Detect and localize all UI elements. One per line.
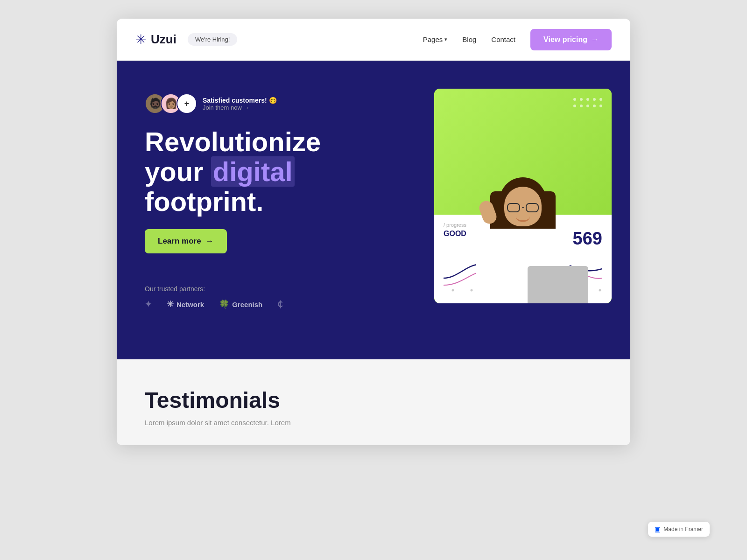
dots-decoration — [573, 98, 602, 107]
view-pricing-arrow-icon: → — [591, 35, 599, 44]
partner-logo-unknown: ✦ — [145, 299, 152, 309]
logo-icon: ✳ — [135, 32, 146, 47]
satisfied-customers: 🧔🏿 👩🏽 + Satisfied customers! 😊 Join them… — [145, 93, 416, 114]
hero-section: 🧔🏿 👩🏽 + Satisfied customers! 😊 Join them… — [117, 61, 630, 359]
testimonials-subtitle: Lorem ipsum dolor sit amet consectetur. … — [145, 419, 602, 427]
network-icon: ✳ — [167, 299, 174, 309]
dot — [580, 105, 583, 107]
hero-right: / progress GOOD 569 — [434, 89, 612, 303]
dot — [586, 105, 589, 107]
dot — [586, 98, 589, 101]
dot — [599, 98, 602, 101]
symbol-icon: ₵ — [277, 299, 282, 309]
nav-contact-link[interactable]: Contact — [491, 35, 515, 43]
partners-label: Our trusted partners: — [145, 285, 416, 293]
svg-point-0 — [452, 289, 454, 292]
satisfied-text: Satisfied customers! 😊 Join them now → — [203, 97, 277, 111]
greenish-icon: 🍀 — [219, 299, 229, 309]
partners-section: Our trusted partners: ✦ ✳ Network 🍀 Gree… — [145, 285, 416, 309]
pages-arrow-icon: ▾ — [444, 36, 447, 42]
hero-image-card: / progress GOOD 569 — [434, 89, 612, 303]
learn-more-arrow-icon: → — [206, 237, 214, 246]
greenish-label: Greenish — [232, 301, 262, 308]
navbar-right: Pages ▾ Blog Contact View pricing → — [423, 29, 612, 50]
progress-status: GOOD — [444, 230, 466, 238]
satisfied-title: Satisfied customers! 😊 — [203, 97, 277, 104]
navbar: ✳ Uzui We're Hiring! Pages ▾ Blog Contac… — [117, 19, 630, 61]
logo[interactable]: ✳ Uzui — [135, 32, 176, 47]
partner-logo-greenish: 🍀 Greenish — [219, 299, 262, 309]
partner-logo-network: ✳ Network — [167, 299, 204, 309]
dot — [573, 98, 576, 101]
framer-badge: ▣ Made in Framer — [648, 522, 710, 537]
dot — [580, 98, 583, 101]
framer-label: Made in Framer — [663, 526, 703, 532]
browser-frame: ✳ Uzui We're Hiring! Pages ▾ Blog Contac… — [117, 19, 630, 445]
navbar-left: ✳ Uzui We're Hiring! — [135, 32, 237, 47]
partner-logo-symbol: ₵ — [277, 299, 282, 309]
logo-text: Uzui — [151, 32, 176, 47]
nav-blog-link[interactable]: Blog — [462, 35, 476, 43]
partner-unknown-icon: ✦ — [145, 299, 152, 309]
progress-number: 569 — [573, 230, 602, 247]
dot — [593, 98, 596, 101]
dot — [599, 105, 602, 107]
svg-point-8 — [599, 289, 601, 292]
dot — [593, 105, 596, 107]
testimonials-section: Testimonials Lorem ipsum dolor sit amet … — [117, 359, 630, 445]
avatar-plus[interactable]: + — [176, 93, 197, 114]
view-pricing-button[interactable]: View pricing → — [530, 29, 612, 50]
avatar-group: 🧔🏿 👩🏽 + — [145, 93, 197, 114]
hero-headline: Revolutionize your digital footprint. — [145, 127, 416, 216]
hiring-badge: We're Hiring! — [188, 33, 237, 46]
satisfied-sub[interactable]: Join them now → — [203, 104, 277, 111]
nav-pages-link[interactable]: Pages ▾ — [423, 35, 448, 43]
dot — [573, 105, 576, 107]
svg-point-1 — [471, 289, 473, 292]
framer-icon: ▣ — [655, 525, 661, 533]
network-label: Network — [176, 301, 204, 308]
testimonials-title: Testimonials — [145, 387, 602, 413]
partners-logos: ✦ ✳ Network 🍀 Greenish ₵ — [145, 299, 416, 309]
hero-left: 🧔🏿 👩🏽 + Satisfied customers! 😊 Join them… — [145, 89, 416, 309]
learn-more-button[interactable]: Learn more → — [145, 229, 227, 253]
